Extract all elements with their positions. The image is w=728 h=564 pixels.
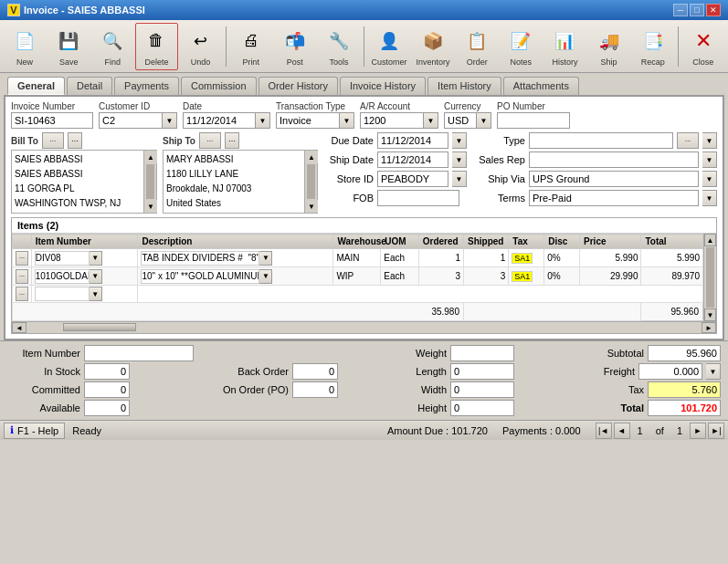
- tab-order-history[interactable]: Order History: [258, 77, 338, 95]
- freight-value[interactable]: [638, 363, 702, 380]
- next-page-button[interactable]: ►: [690, 423, 706, 439]
- notes-button[interactable]: 📝 Notes: [500, 23, 542, 70]
- ship-via-input[interactable]: [529, 171, 699, 187]
- sales-rep-dropdown[interactable]: ▼: [702, 151, 717, 168]
- table-hscroll-left[interactable]: ◄: [12, 322, 26, 333]
- tab-detail[interactable]: Detail: [67, 77, 112, 95]
- ship-to-expand-button[interactable]: ⋯: [225, 132, 239, 149]
- customer-button[interactable]: 👤 Customer: [368, 23, 410, 70]
- row1-desc-input[interactable]: [141, 251, 259, 266]
- bill-to-dots-button[interactable]: ···: [42, 132, 64, 149]
- row3-item-input[interactable]: [35, 287, 90, 301]
- find-button[interactable]: 🔍 Find: [91, 23, 133, 70]
- close-window-button[interactable]: ✕: [706, 4, 721, 16]
- ar-account-dropdown[interactable]: ▼: [424, 112, 438, 129]
- tab-general[interactable]: General: [7, 77, 65, 95]
- undo-button[interactable]: ↩ Undo: [180, 23, 222, 70]
- due-date-input[interactable]: [377, 132, 448, 149]
- table-row[interactable]: ··· ▼ ▼: [13, 267, 703, 286]
- type-dots-button[interactable]: ···: [677, 132, 699, 149]
- fob-input[interactable]: [377, 190, 459, 206]
- table-vscroll-up[interactable]: ▲: [704, 234, 716, 246]
- row2-item-dropdown[interactable]: ▼: [90, 269, 102, 284]
- print-button[interactable]: 🖨 Print: [230, 23, 272, 70]
- committed-input[interactable]: [84, 381, 130, 398]
- on-order-input[interactable]: [292, 381, 338, 398]
- tools-button[interactable]: 🔧 Tools: [318, 23, 360, 70]
- available-input[interactable]: [84, 400, 130, 416]
- due-date-dropdown[interactable]: ▼: [452, 132, 467, 149]
- po-number-input[interactable]: [497, 112, 570, 129]
- transaction-type-dropdown[interactable]: ▼: [340, 112, 354, 129]
- table-hscroll-right[interactable]: ►: [702, 322, 716, 333]
- row2-desc-input[interactable]: [141, 269, 259, 284]
- bill-to-expand-button[interactable]: ⋯: [68, 132, 82, 149]
- prev-page-button[interactable]: ◄: [614, 423, 630, 439]
- freight-dropdown[interactable]: ▼: [706, 363, 721, 380]
- bill-to-scroll-up[interactable]: ▲: [144, 151, 157, 163]
- width-input[interactable]: [450, 381, 514, 398]
- last-page-button[interactable]: ►|: [708, 423, 724, 439]
- order-button[interactable]: 📋 Order: [456, 23, 498, 70]
- terms-dropdown[interactable]: ▼: [702, 190, 717, 206]
- table-vscroll-down[interactable]: ▼: [704, 308, 716, 321]
- row2-btn[interactable]: ···: [16, 269, 28, 284]
- in-stock-input[interactable]: [84, 363, 130, 380]
- tab-invoice-history[interactable]: Invoice History: [340, 77, 426, 95]
- inventory-button[interactable]: 📦 Inventory: [412, 23, 454, 70]
- ship-date-input[interactable]: [377, 151, 448, 168]
- currency-dropdown[interactable]: ▼: [477, 112, 491, 129]
- store-id-dropdown[interactable]: ▼: [452, 171, 467, 187]
- store-id-input[interactable]: [377, 171, 448, 187]
- customer-id-input[interactable]: [99, 112, 163, 129]
- customer-id-dropdown[interactable]: ▼: [163, 112, 177, 129]
- ship-button[interactable]: 🚚 Ship: [588, 23, 630, 70]
- ar-account-input[interactable]: [360, 112, 424, 129]
- ship-to-scroll-down[interactable]: ▼: [305, 200, 318, 213]
- row2-item-input[interactable]: [35, 269, 90, 284]
- transaction-type-input[interactable]: [276, 112, 340, 129]
- tab-commission[interactable]: Commission: [181, 77, 257, 95]
- terms-input[interactable]: [529, 190, 699, 206]
- type-dropdown[interactable]: ▼: [702, 132, 717, 149]
- row1-desc-dropdown[interactable]: ▼: [259, 251, 272, 266]
- ship-to-scroll-up[interactable]: ▲: [305, 151, 318, 163]
- amount-due: Amount Due : 101.720: [387, 425, 488, 436]
- post-button[interactable]: 📬 Post: [274, 23, 316, 70]
- row2-uom: Each: [381, 267, 418, 286]
- sales-rep-input[interactable]: [529, 151, 699, 168]
- type-input[interactable]: [529, 132, 673, 149]
- row3-item-dropdown[interactable]: ▼: [90, 287, 102, 301]
- table-row[interactable]: ··· ▼ ▼: [13, 249, 703, 267]
- invoice-number-input[interactable]: [11, 112, 93, 129]
- tab-item-history[interactable]: Item History: [427, 77, 501, 95]
- ship-date-dropdown[interactable]: ▼: [452, 151, 467, 168]
- row1-btn[interactable]: ···: [16, 251, 28, 266]
- length-input[interactable]: [450, 363, 514, 380]
- minimize-button[interactable]: ─: [673, 4, 688, 16]
- back-order-input[interactable]: [292, 363, 338, 380]
- ship-via-dropdown[interactable]: ▼: [702, 171, 717, 187]
- row3-btn[interactable]: ···: [16, 287, 28, 301]
- save-button[interactable]: 💾 Save: [47, 23, 90, 70]
- history-button[interactable]: 📊 History: [543, 23, 586, 70]
- first-page-button[interactable]: |◄: [596, 423, 612, 439]
- tab-attachments[interactable]: Attachments: [503, 77, 579, 95]
- height-input[interactable]: [450, 400, 514, 416]
- maximize-button[interactable]: □: [690, 4, 704, 16]
- recap-button[interactable]: 📑 Recap: [632, 23, 674, 70]
- row1-item-input[interactable]: [35, 251, 90, 266]
- tab-payments[interactable]: Payments: [114, 77, 179, 95]
- bill-to-scroll-down[interactable]: ▼: [144, 200, 157, 213]
- row1-item-dropdown[interactable]: ▼: [90, 251, 102, 266]
- item-number-field[interactable]: [84, 345, 194, 361]
- new-button[interactable]: 📄 New: [4, 23, 46, 70]
- currency-input[interactable]: [444, 112, 477, 129]
- date-input[interactable]: [183, 112, 256, 129]
- delete-button[interactable]: 🗑 Delete: [135, 23, 177, 70]
- row2-desc-dropdown[interactable]: ▼: [259, 269, 272, 284]
- close-button[interactable]: ✕ Close: [682, 23, 724, 70]
- date-dropdown[interactable]: ▼: [256, 112, 270, 129]
- ship-to-dots-button[interactable]: ···: [199, 132, 221, 149]
- weight-input[interactable]: [450, 345, 514, 361]
